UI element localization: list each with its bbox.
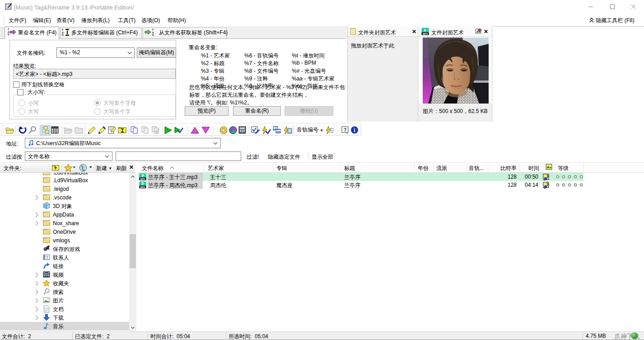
svg-text:收藏夹: 收藏夹 — [53, 280, 69, 287]
svg-text:.leigod: .leigod — [53, 186, 69, 192]
svg-text:下载: 下载 — [53, 315, 64, 321]
svg-text:.Ld9VirtualBox: .Ld9VirtualBox — [53, 177, 88, 184]
svg-text:保存的游戏: 保存的游戏 — [53, 246, 80, 252]
svg-text:3D 对象: 3D 对象 — [53, 203, 72, 209]
svg-text:音乐: 音乐 — [53, 323, 64, 330]
svg-text:Nox_share: Nox_share — [53, 220, 79, 227]
svg-text:MP3: MP3 — [140, 178, 145, 180]
svg-text:链接: 链接 — [53, 263, 64, 269]
svg-text:?: ? — [344, 127, 347, 132]
svg-text:.Ld8VirtualBox: .Ld8VirtualBox — [53, 173, 88, 176]
svg-text:MP3: MP3 — [140, 186, 145, 189]
svg-text:.vscode: .vscode — [53, 194, 72, 201]
svg-text:视频: 视频 — [52, 272, 64, 278]
svg-text:OneDrive: OneDrive — [53, 229, 76, 235]
svg-text:联系人: 联系人 — [52, 255, 69, 261]
svg-text:图片: 图片 — [53, 298, 64, 304]
svg-text:MP3: MP3 — [423, 33, 428, 35]
svg-text:搜索: 搜索 — [53, 289, 64, 295]
svg-text:AppData: AppData — [53, 212, 74, 218]
svg-text:文档: 文档 — [53, 306, 64, 312]
svg-text:vmlogs: vmlogs — [53, 237, 70, 244]
